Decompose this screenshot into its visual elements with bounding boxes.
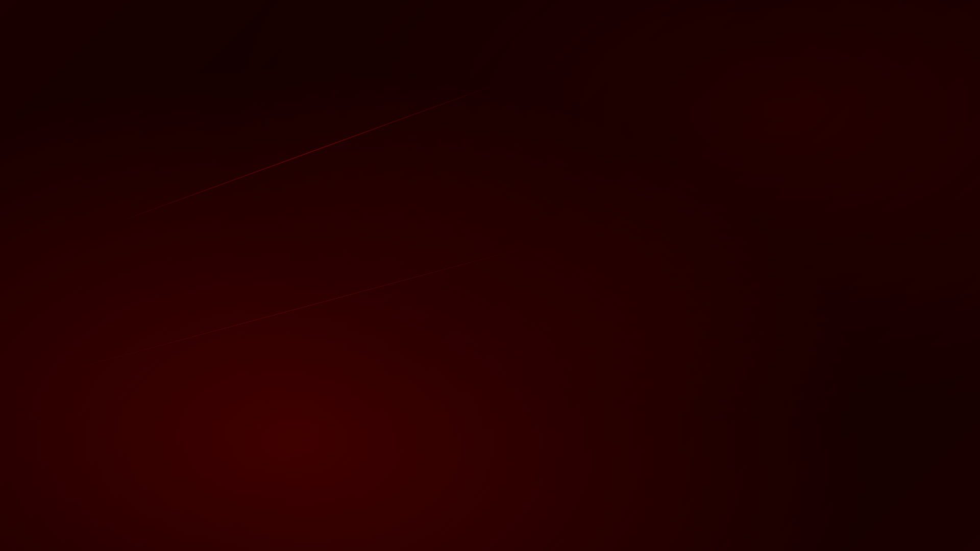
bg-lines: [0, 0, 980, 551]
main-wrapper: ROG UEFI BIOS Utility - Advanced Mode 11…: [0, 0, 980, 551]
